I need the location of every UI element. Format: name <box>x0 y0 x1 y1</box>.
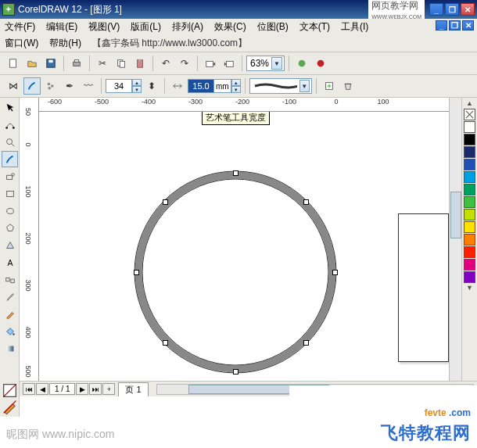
new-button[interactable] <box>5 55 22 72</box>
svg-text:A: A <box>7 257 13 267</box>
interactive-fill-tool[interactable] <box>2 340 18 357</box>
blend-tool[interactable] <box>2 271 18 288</box>
palette-up-arrow[interactable]: ▲ <box>466 99 473 109</box>
no-outline-icon[interactable] <box>2 399 18 415</box>
no-color-swatch[interactable] <box>464 109 475 120</box>
redo-button[interactable]: ↷ <box>176 55 193 72</box>
app-launcher-button[interactable] <box>293 55 310 72</box>
pressure-tool-icon[interactable]: 〰 <box>80 77 97 95</box>
smart-draw-tool[interactable] <box>2 168 18 185</box>
rectangle-tool[interactable] <box>2 185 18 202</box>
next-page-button[interactable]: ▶ <box>76 383 88 395</box>
svg-rect-6 <box>120 61 124 67</box>
prev-page-button[interactable]: ◀ <box>36 383 48 395</box>
color-swatch[interactable] <box>464 184 475 195</box>
close-button[interactable]: ✕ <box>461 3 475 16</box>
menu-effects[interactable]: 效果(C) <box>214 20 246 34</box>
sprayer-tool-icon[interactable] <box>42 77 59 95</box>
color-swatch[interactable] <box>464 246 475 258</box>
add-page-button[interactable]: + <box>102 383 115 395</box>
color-swatch[interactable] <box>464 234 475 246</box>
palette-down-arrow[interactable]: ▼ <box>466 284 473 293</box>
print-button[interactable] <box>68 55 85 72</box>
last-page-button[interactable]: ⏭ <box>89 383 102 395</box>
node-handle[interactable] <box>233 170 238 176</box>
ellipse-tool[interactable] <box>2 202 18 219</box>
svg-point-13 <box>48 83 51 86</box>
freehand-smoothing-spin[interactable]: ▲▼ <box>106 78 142 94</box>
node-handle[interactable] <box>163 199 168 205</box>
color-swatch[interactable] <box>464 146 475 158</box>
first-page-button[interactable]: ⏮ <box>23 383 35 395</box>
zoom-combo[interactable]: 63%▼ <box>246 56 285 71</box>
color-swatch[interactable] <box>464 171 475 183</box>
menu-text[interactable]: 文本(T) <box>299 20 330 34</box>
menu-window[interactable]: 窗口(W) <box>5 37 38 50</box>
menu-help[interactable]: 帮助(H) <box>49 37 81 50</box>
vertical-scrollbar[interactable] <box>449 98 461 381</box>
color-swatch[interactable] <box>464 271 475 283</box>
node-handle[interactable] <box>163 340 168 346</box>
smoothing-icon: ⬍ <box>143 77 160 95</box>
import-button[interactable] <box>202 55 219 72</box>
menu-layout[interactable]: 版面(L) <box>131 20 161 34</box>
copy-button[interactable] <box>113 55 130 72</box>
menu-bitmap[interactable]: 位图(B) <box>257 20 289 34</box>
polygon-tool[interactable] <box>2 220 18 236</box>
artistic-media-width-spin[interactable]: mm ▲▼ <box>188 78 241 94</box>
page-navigator: ⏮ ◀ 1 / 1 ▶ ⏭ + <box>23 383 115 395</box>
delete-stroke-button[interactable] <box>339 77 357 95</box>
drawing-canvas[interactable]: 艺术笔工具宽度 <box>39 112 449 381</box>
node-handle[interactable] <box>233 369 238 375</box>
cut-button[interactable]: ✂ <box>94 55 111 72</box>
corel-online-button[interactable] <box>312 55 329 72</box>
calligraphic-tool-icon[interactable]: ✒ <box>61 77 78 95</box>
menu-file[interactable]: 文件(F) <box>5 20 35 34</box>
eyedropper-tool[interactable] <box>2 289 18 305</box>
artistic-media-tool[interactable] <box>2 151 18 167</box>
outline-tool[interactable] <box>2 306 18 322</box>
menu-arrange[interactable]: 排列(A) <box>172 20 203 34</box>
doc-close-button[interactable]: ✕ <box>462 20 474 30</box>
color-swatch[interactable] <box>464 134 475 145</box>
preset-tool-icon[interactable]: ⋈ <box>5 77 22 95</box>
export-button[interactable] <box>221 55 238 72</box>
menu-tools[interactable]: 工具(I) <box>341 20 368 34</box>
node-handle[interactable] <box>134 270 139 275</box>
shape-tool[interactable] <box>2 116 18 133</box>
window-title: CorelDRAW 12 - [图形 1] <box>18 3 368 16</box>
menu-view[interactable]: 视图(V) <box>88 20 120 34</box>
color-swatch[interactable] <box>464 221 475 233</box>
color-swatch[interactable] <box>464 196 475 208</box>
color-swatch[interactable] <box>464 121 475 133</box>
zoom-tool[interactable] <box>2 134 18 150</box>
color-swatch[interactable] <box>464 259 475 271</box>
pick-tool[interactable] <box>2 99 18 116</box>
stroke-list-combo[interactable]: ▼ <box>249 78 312 94</box>
save-stroke-button[interactable] <box>321 77 338 95</box>
basic-shapes-tool[interactable] <box>2 237 18 253</box>
maximize-button[interactable]: ❐ <box>445 3 459 16</box>
save-button[interactable] <box>42 55 59 72</box>
svg-rect-26 <box>10 279 13 282</box>
doc-restore-button[interactable]: ❐ <box>449 20 461 30</box>
brush-tool-icon[interactable] <box>23 77 41 95</box>
color-swatch[interactable] <box>464 209 475 220</box>
minimize-button[interactable]: _ <box>429 3 443 16</box>
menu-edit[interactable]: 编辑(E) <box>46 20 77 34</box>
node-handle[interactable] <box>303 199 309 205</box>
color-swatch[interactable] <box>464 159 475 170</box>
undo-button[interactable]: ↶ <box>157 55 174 72</box>
text-tool[interactable]: A <box>2 254 18 271</box>
open-button[interactable] <box>23 55 41 72</box>
page-tab[interactable]: 页 1 <box>118 382 148 396</box>
svg-point-19 <box>6 138 12 144</box>
doc-minimize-button[interactable]: _ <box>436 20 447 30</box>
svg-rect-20 <box>6 175 12 179</box>
fill-tool[interactable] <box>2 323 18 339</box>
node-handle[interactable] <box>332 270 338 275</box>
paste-button[interactable] <box>131 55 149 72</box>
no-fill-icon[interactable] <box>2 382 18 399</box>
node-handle[interactable] <box>303 340 309 346</box>
property-bar: ⋈ ✒ 〰 ▲▼ ⬍ mm ▲▼ ▼ <box>0 75 477 98</box>
